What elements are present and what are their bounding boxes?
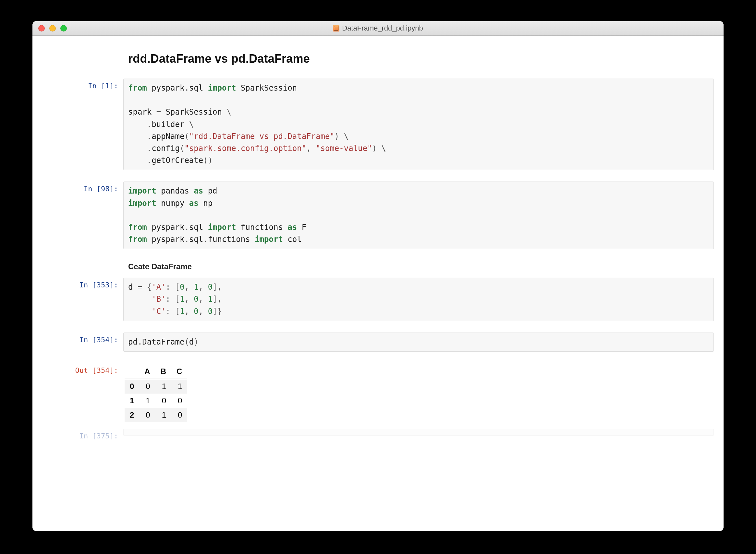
cell: 1 [155, 379, 171, 394]
code-text[interactable]: import pandas as pd import numpy as np f… [128, 185, 709, 245]
dataframe-table: A B C 0 0 1 1 [125, 364, 187, 422]
table-row: 0 0 1 1 [125, 379, 187, 394]
col-header: B [155, 364, 171, 379]
code-text[interactable]: pd.DataFrame(d) [128, 336, 709, 348]
close-icon[interactable] [38, 25, 45, 32]
notebook-body: rdd.DataFrame vs pd.DataFrame In [1]: fr… [33, 36, 723, 440]
row-index: 1 [125, 394, 139, 408]
row-index: 0 [125, 379, 139, 394]
col-header: C [171, 364, 187, 379]
cell: 1 [171, 379, 187, 394]
notebook-icon [333, 25, 339, 32]
input-prompt: In [1]: [33, 78, 123, 90]
page-title: rdd.DataFrame vs pd.DataFrame [128, 52, 723, 66]
cell: 0 [139, 408, 155, 422]
input-prompt: In [98]: [33, 181, 123, 193]
cell: 0 [155, 394, 171, 408]
code-input[interactable]: d = {'A': [0, 1, 0], 'B': [1, 0, 1], 'C'… [123, 278, 714, 321]
traffic-lights [33, 25, 67, 32]
cell: 0 [171, 394, 187, 408]
col-header: A [139, 364, 155, 379]
titlebar[interactable]: DataFrame_rdd_pd.ipynb [33, 21, 723, 36]
cell: 1 [155, 408, 171, 422]
code-text[interactable]: d = {'A': [0, 1, 0], 'B': [1, 0, 1], 'C'… [128, 281, 709, 318]
section-heading: Ceate DataFrame [128, 262, 723, 271]
code-cell: In [353]: d = {'A': [0, 1, 0], 'B': [1, … [33, 278, 723, 321]
output-cell: Out [354]: A B C [33, 363, 723, 422]
notebook-viewport[interactable]: rdd.DataFrame vs pd.DataFrame In [1]: fr… [33, 36, 723, 531]
row-index: 2 [125, 408, 139, 422]
cell: 0 [171, 408, 187, 422]
table-row: 1 1 0 0 [125, 394, 187, 408]
table-header-row: A B C [125, 364, 187, 379]
code-text[interactable]: from pyspark.sql import SparkSession spa… [128, 82, 709, 167]
output-prompt: Out [354]: [33, 363, 123, 375]
table-row: 2 0 1 0 [125, 408, 187, 422]
cell: 0 [139, 379, 155, 394]
code-input[interactable]: import pandas as pd import numpy as np f… [123, 181, 714, 249]
code-cell: In [1]: from pyspark.sql import SparkSes… [33, 78, 723, 170]
code-cell: In [354]: pd.DataFrame(d) [33, 333, 723, 352]
cell: 1 [139, 394, 155, 408]
input-prompt: In [354]: [33, 333, 123, 344]
zoom-icon[interactable] [60, 25, 67, 32]
code-input[interactable]: from pyspark.sql import SparkSession spa… [123, 78, 714, 170]
input-prompt: In [353]: [33, 278, 123, 289]
minimize-icon[interactable] [49, 25, 56, 32]
index-header [125, 364, 139, 379]
input-prompt: In [375]: [33, 429, 123, 440]
code-cell: In [98]: import pandas as pd import nump… [33, 181, 723, 249]
output-area: A B C 0 0 1 1 [123, 363, 714, 422]
app-window: DataFrame_rdd_pd.ipynb rdd.DataFrame vs … [33, 21, 723, 531]
window-title-text: DataFrame_rdd_pd.ipynb [342, 24, 423, 33]
window-title: DataFrame_rdd_pd.ipynb [33, 24, 723, 33]
code-input[interactable] [123, 429, 714, 436]
code-cell: In [375]: [33, 429, 723, 440]
code-input[interactable]: pd.DataFrame(d) [123, 333, 714, 352]
